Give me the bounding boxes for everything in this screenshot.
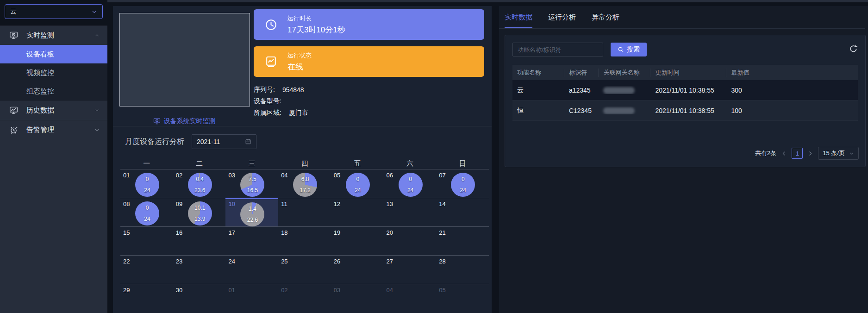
calendar-day-cell[interactable]: 29 xyxy=(120,284,173,313)
calendar-day-cell[interactable]: 15 xyxy=(120,226,173,255)
monitor-clock-icon xyxy=(153,118,161,125)
calendar-day-cell[interactable]: 11 xyxy=(278,198,331,226)
sidebar-item-realtime-monitoring[interactable]: 实时监测 xyxy=(0,25,107,45)
calendar-day-cell[interactable]: 08024 xyxy=(120,198,173,226)
day-number: 03 xyxy=(334,287,340,294)
pie-bottom-value: 24 xyxy=(135,182,159,193)
tab-anomaly-analysis[interactable]: 异常分析 xyxy=(592,13,619,28)
calendar-day-cell[interactable]: 25 xyxy=(278,255,331,284)
page-number[interactable]: 1 xyxy=(792,148,803,159)
calendar-day-cell[interactable]: 046.817.2 xyxy=(278,169,331,198)
day-number: 25 xyxy=(281,258,287,265)
sidebar-item-label: 告警管理 xyxy=(26,125,94,134)
day-number: 02 xyxy=(281,287,287,294)
calendar-day-cell[interactable]: 04 xyxy=(384,284,437,313)
sidebar-menu: 实时监测设备看板视频监控组态监控历史数据告警管理 xyxy=(0,25,107,139)
calendar-day-cell[interactable]: 0910.113.9 xyxy=(173,198,226,226)
weekday-label: 五 xyxy=(331,159,384,168)
info-line-serial-number: 序列号:954848 xyxy=(254,84,308,95)
pie-bottom-value: 23.6 xyxy=(188,182,212,193)
page-size-select[interactable]: 15 条/页 xyxy=(818,147,859,160)
calendar-day-cell[interactable]: 07024 xyxy=(436,169,489,198)
cell-identifier: a12345 xyxy=(564,87,599,94)
calendar-day-cell[interactable]: 16 xyxy=(173,226,226,255)
weekday-label: 二 xyxy=(173,159,226,168)
day-runtime-pie: 7.516.5 xyxy=(240,173,264,197)
monitor-chart-icon xyxy=(9,106,18,115)
sidebar-subitem-device-board[interactable]: 设备看板 xyxy=(0,45,107,63)
pie-top-value: 0 xyxy=(451,173,475,182)
chevron-down-icon xyxy=(91,9,97,15)
pie-top-value: 0 xyxy=(135,173,159,182)
day-number: 03 xyxy=(228,172,235,179)
calendar-day-cell[interactable]: 037.516.5 xyxy=(225,169,278,198)
table-row[interactable]: 云a123452021/11/01 10:38:55300 xyxy=(512,80,858,100)
day-number: 23 xyxy=(176,258,182,265)
table-row[interactable]: 恒C123452021/11/01 10:38:55100 xyxy=(512,100,858,121)
calendar-day-cell[interactable]: 05024 xyxy=(331,169,384,198)
month-picker[interactable]: 2021-11 xyxy=(192,134,256,149)
calendar-day-cell[interactable]: 01024 xyxy=(120,169,173,198)
search-button[interactable]: 搜索 xyxy=(611,43,647,56)
cell-gateway-name xyxy=(599,106,650,114)
day-number: 14 xyxy=(439,200,445,207)
sidebar-subitem-scada-monitoring[interactable]: 组态监控 xyxy=(0,82,107,100)
calendar-day-cell[interactable]: 26 xyxy=(331,255,384,284)
day-number: 02 xyxy=(176,172,182,179)
column-header: 标识符 xyxy=(564,69,599,77)
calendar-day-cell[interactable]: 17 xyxy=(225,226,278,255)
calendar-day-cell[interactable]: 23 xyxy=(173,255,226,284)
calendar-day-cell[interactable]: 27 xyxy=(384,255,437,284)
tab-operation-analysis[interactable]: 运行分析 xyxy=(548,13,576,28)
calendar-day-cell[interactable]: 14 xyxy=(436,198,489,226)
info-line-device-model: 设备型号: xyxy=(254,95,308,107)
calendar-day-cell[interactable]: 13 xyxy=(384,198,437,226)
refresh-icon[interactable] xyxy=(849,44,858,53)
calendar-day-cell[interactable]: 02 xyxy=(278,284,331,313)
next-page-icon[interactable] xyxy=(807,150,813,156)
calendar-day-cell[interactable]: 01 xyxy=(225,284,278,313)
calendar-day-cell[interactable]: 101.422.6 xyxy=(225,198,278,226)
calendar-day-cell[interactable]: 020.423.6 xyxy=(173,169,226,198)
device-select[interactable]: 云 xyxy=(5,4,103,19)
calendar-day-cell[interactable]: 03 xyxy=(331,284,384,313)
column-header: 关联网关名称 xyxy=(599,69,650,77)
weekday-label: 一 xyxy=(120,159,173,168)
realtime-data-card: 搜索 功能名称标识符关联网关名称更新时间最新值云a123452021/11/01… xyxy=(505,35,866,167)
calendar-day-cell[interactable]: 30 xyxy=(173,284,226,313)
region-value: 厦门市 xyxy=(289,109,308,117)
calendar-day-cell[interactable]: 21 xyxy=(436,226,489,255)
cell-gateway-name xyxy=(599,86,650,94)
calendar-day-cell[interactable]: 18 xyxy=(278,226,331,255)
cell-function-name: 恒 xyxy=(512,106,564,115)
sidebar-item-alarm-management[interactable]: 告警管理 xyxy=(0,120,107,139)
sidebar-subitem-video-monitoring[interactable]: 视频监控 xyxy=(0,63,107,82)
prev-page-icon[interactable] xyxy=(781,150,787,156)
tab-realtime-data[interactable]: 实时数据 xyxy=(505,13,532,28)
calendar-day-cell[interactable]: 06024 xyxy=(384,169,437,198)
day-number: 28 xyxy=(439,258,445,265)
pie-bottom-value: 16.5 xyxy=(240,182,264,193)
search-input[interactable] xyxy=(512,43,603,56)
status-card: 运行状态 在线 xyxy=(254,46,484,77)
status-text: 运行状态 在线 xyxy=(287,51,312,72)
cell-updated-time: 2021/11/01 10:38:55 xyxy=(650,107,726,114)
calendar-day-cell[interactable]: 28 xyxy=(436,255,489,284)
day-number: 01 xyxy=(123,172,130,179)
calendar-day-cell[interactable]: 05 xyxy=(436,284,489,313)
calendar-day-cell[interactable]: 19 xyxy=(331,226,384,255)
calendar-day-cell[interactable]: 12 xyxy=(331,198,384,226)
calendar-day-cell[interactable]: 22 xyxy=(120,255,173,284)
status-label: 运行状态 xyxy=(287,51,312,60)
device-system-monitor-link[interactable]: 设备系统实时监测 xyxy=(119,117,249,125)
day-number: 04 xyxy=(281,172,287,179)
sidebar-item-history-data[interactable]: 历史数据 xyxy=(0,100,107,120)
calendar-day-cell[interactable]: 20 xyxy=(384,226,437,255)
day-number: 07 xyxy=(439,172,445,179)
calendar-day-cell[interactable]: 24 xyxy=(225,255,278,284)
day-runtime-pie: 024 xyxy=(346,173,370,197)
clock-icon xyxy=(265,19,277,31)
top-strip xyxy=(107,0,868,2)
pie-top-value: 0 xyxy=(346,173,370,182)
page-size-value: 15 条/页 xyxy=(823,149,845,157)
